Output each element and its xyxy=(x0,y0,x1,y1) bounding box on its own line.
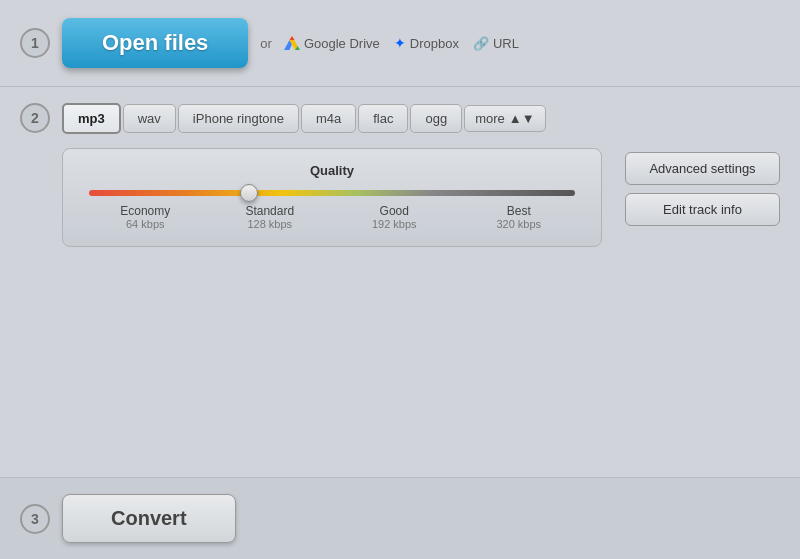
tab-flac[interactable]: flac xyxy=(358,104,408,133)
quality-label-standard: Standard 128 kbps xyxy=(208,204,333,230)
step-2-circle: 2 xyxy=(20,103,50,133)
tab-ogg[interactable]: ogg xyxy=(410,104,462,133)
url-link[interactable]: 🔗 URL xyxy=(473,36,519,51)
tab-wav[interactable]: wav xyxy=(123,104,176,133)
cloud-links: Google Drive ✦ Dropbox 🔗 URL xyxy=(284,35,519,51)
quality-label-good: Good 192 kbps xyxy=(332,204,457,230)
url-label: URL xyxy=(493,36,519,51)
tab-m4a[interactable]: m4a xyxy=(301,104,356,133)
quality-label-economy: Economy 64 kbps xyxy=(83,204,208,230)
dropbox-link[interactable]: ✦ Dropbox xyxy=(394,35,459,51)
svg-marker-4 xyxy=(289,36,294,40)
quality-label-best: Best 320 kbps xyxy=(457,204,582,230)
open-files-button[interactable]: Open files xyxy=(62,18,248,68)
quality-slider-track xyxy=(89,190,575,196)
tab-iphone-ringtone[interactable]: iPhone ringtone xyxy=(178,104,299,133)
quality-slider-container xyxy=(83,190,581,196)
step-3-circle: 3 xyxy=(20,504,50,534)
quality-labels: Economy 64 kbps Standard 128 kbps Good 1… xyxy=(83,204,581,230)
section-1: 1 Open files or Google Drive ✦ Dropbox xyxy=(0,0,800,87)
tab-more-label: more xyxy=(475,111,505,126)
tab-mp3[interactable]: mp3 xyxy=(62,103,121,134)
section-3: 3 Convert xyxy=(0,478,800,559)
section-2: 2 mp3 wav iPhone ringtone m4a flac ogg m… xyxy=(0,87,800,478)
google-drive-label: Google Drive xyxy=(304,36,380,51)
app-container: 1 Open files or Google Drive ✦ Dropbox xyxy=(0,0,800,559)
dropbox-label: Dropbox xyxy=(410,36,459,51)
google-drive-icon xyxy=(284,36,300,50)
edit-track-info-button[interactable]: Edit track info xyxy=(625,193,780,226)
or-label: or xyxy=(260,36,272,51)
quality-slider-thumb[interactable] xyxy=(240,184,258,202)
quality-title: Quality xyxy=(83,163,581,178)
tab-more-arrow-icon: ▲▼ xyxy=(509,111,535,126)
tab-more[interactable]: more ▲▼ xyxy=(464,105,545,132)
dropbox-icon: ✦ xyxy=(394,35,406,51)
advanced-settings-button[interactable]: Advanced settings xyxy=(625,152,780,185)
step-1-circle: 1 xyxy=(20,28,50,58)
format-tabs: mp3 wav iPhone ringtone m4a flac ogg mor… xyxy=(62,103,780,134)
google-drive-link[interactable]: Google Drive xyxy=(284,36,380,51)
side-buttons: Advanced settings Edit track info xyxy=(625,148,780,226)
convert-button[interactable]: Convert xyxy=(62,494,236,543)
url-link-icon: 🔗 xyxy=(473,36,489,51)
section-2-content: mp3 wav iPhone ringtone m4a flac ogg mor… xyxy=(62,103,780,247)
quality-box: Quality Economy 64 kbps Standard xyxy=(62,148,602,247)
